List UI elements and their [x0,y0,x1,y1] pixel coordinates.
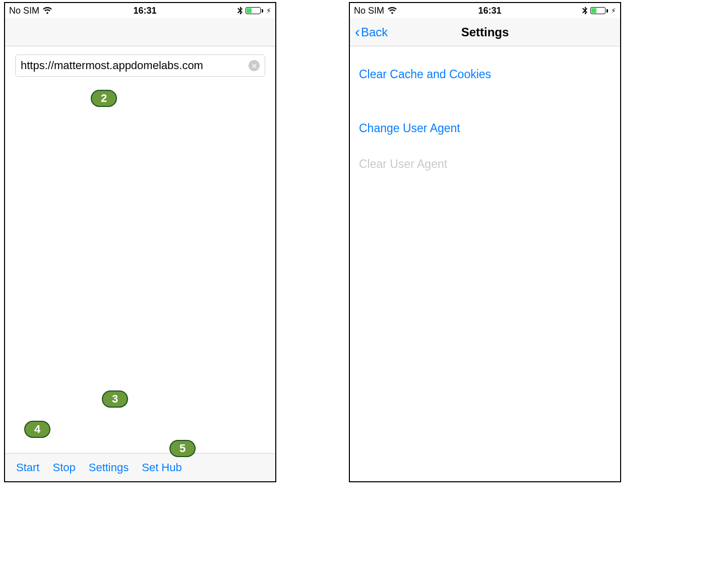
status-bar: No SIM 16:31 ⚡︎ [5,3,275,18]
url-input[interactable]: https://mattermost.appdomelabs.com ✕ [15,54,265,77]
wifi-icon [387,7,397,15]
battery-icon [590,7,608,14]
status-time: 16:31 [133,6,156,16]
carrier-label: No SIM [9,6,39,16]
phone-screenshot-right: No SIM 16:31 ⚡︎ ‹ Back [349,2,621,482]
start-button[interactable]: Start [16,461,39,474]
carrier-label: No SIM [354,6,384,16]
clear-cache-button[interactable]: Clear Cache and Cookies [350,57,620,92]
annotation-badge-2: 2 [91,90,117,107]
set-hub-button[interactable]: Set Hub [142,461,182,474]
phone-screenshot-left: No SIM 16:31 ⚡︎ https://mattermost. [4,2,276,482]
nav-bar-spacer [5,18,275,46]
back-button[interactable]: ‹ Back [355,25,388,40]
bluetooth-icon [237,7,242,15]
charging-icon: ⚡︎ [611,7,616,15]
chevron-left-icon: ‹ [355,24,360,39]
change-user-agent-button[interactable]: Change User Agent [350,110,620,146]
url-text: https://mattermost.appdomelabs.com [21,59,245,72]
stop-button[interactable]: Stop [52,461,75,474]
clear-user-agent-button: Clear User Agent [350,146,620,182]
settings-button[interactable]: Settings [89,461,129,474]
charging-icon: ⚡︎ [266,7,271,15]
clear-url-icon[interactable]: ✕ [249,60,260,71]
status-time: 16:31 [478,6,501,16]
status-bar: No SIM 16:31 ⚡︎ [350,3,620,18]
page-title: Settings [350,25,620,39]
wifi-icon [42,7,52,15]
nav-bar: ‹ Back Settings [350,18,620,46]
annotation-badge-4: 4 [24,421,50,438]
bluetooth-icon [582,7,587,15]
bottom-toolbar: Start Stop Settings Set Hub [5,453,275,481]
back-label: Back [361,25,388,39]
annotation-badge-3: 3 [102,390,128,408]
settings-list: Clear Cache and Cookies Change User Agen… [350,46,620,182]
battery-icon [246,7,263,14]
